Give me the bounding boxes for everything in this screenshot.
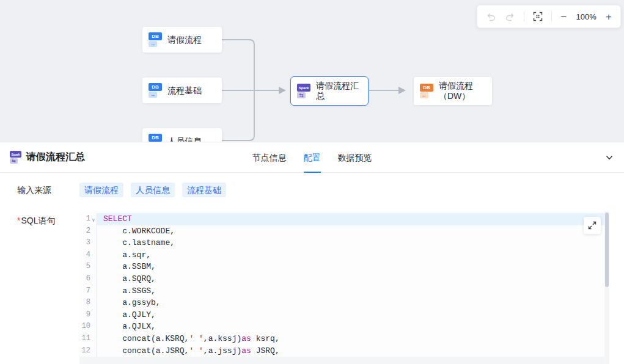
arrow-right-icon: → [149, 41, 157, 47]
arrow-left-icon: ← [420, 92, 428, 98]
fold-spacer [90, 285, 97, 297]
transform-arrows-icon: ⇆ [297, 92, 306, 98]
input-source-row: 输入来源 请假流程 人员信息 流程基础 [0, 183, 624, 197]
tab-node-info[interactable]: 节点信息 [252, 142, 287, 173]
line-gutter: 2 [79, 225, 97, 238]
node-label: 人员信息 [167, 136, 214, 142]
line-number: 3 [79, 237, 90, 249]
arrowhead-output [398, 87, 406, 94]
sql-line[interactable]: 8 a.gssyb, [79, 297, 609, 309]
sql-statement-row: *SQL语句 1∨SELECT2 c.WORKCODE,3 c.lastname… [0, 211, 624, 364]
line-number: 8 [79, 297, 90, 309]
db-input-icon: DB → [149, 134, 162, 142]
sql-line[interactable]: 9 a.QJLY, [79, 309, 609, 321]
line-gutter: 12 [79, 345, 97, 357]
zoom-level: 100% [575, 12, 597, 21]
source-tag[interactable]: 请假流程 [79, 183, 123, 197]
db-badge: DB [149, 83, 162, 91]
code-text: concat(a.KSRQ,' ',a.kssj)as ksrq, [97, 333, 609, 345]
edge-merge-line [222, 40, 254, 140]
line-number: 7 [79, 285, 90, 297]
sql-line[interactable]: 12 concat(a.JSRQ,' ',a.jssj)as JSRQ, [79, 345, 609, 357]
sql-statement-label: *SQL语句 [0, 211, 79, 364]
sql-line[interactable]: 6 a.SQRQ, [79, 273, 609, 285]
line-number: 10 [79, 321, 90, 333]
code-text: c.WORKCODE, [97, 225, 609, 238]
fold-spacer [90, 321, 97, 333]
node-db-input-1[interactable]: DB → 请假流程 [142, 27, 222, 53]
sql-line[interactable]: 5 a.SSBM, [79, 261, 609, 273]
fold-spacer [90, 249, 97, 261]
redo-icon[interactable] [505, 12, 515, 22]
sql-line[interactable]: 3 c.lastname, [79, 237, 609, 249]
arrow-right-icon: → [149, 92, 157, 98]
db-badge: DB [149, 134, 162, 142]
sql-code-editor[interactable]: 1∨SELECT2 c.WORKCODE,3 c.lastname,4 a.sq… [79, 211, 609, 364]
node-label: 请假流程 [167, 35, 214, 45]
code-text: a.SSBM, [97, 261, 609, 273]
collapse-panel-chevron-down-icon[interactable] [604, 153, 614, 162]
toolbar-divider [524, 12, 524, 21]
fold-spacer [90, 345, 97, 357]
sql-line[interactable]: 4 a.sqr, [79, 249, 609, 261]
node-label: 请假流程（DW） [439, 81, 485, 101]
zoom-out-button[interactable]: − [560, 12, 567, 22]
undo-icon[interactable] [486, 12, 496, 22]
sql-line[interactable]: 1∨SELECT [79, 213, 609, 225]
panel-title-wrap: Spark ⇆ 请假流程汇总 [10, 151, 85, 164]
source-tag[interactable]: 人员信息 [131, 183, 175, 197]
required-asterisk: * [17, 216, 20, 225]
flow-canvas[interactable]: DB → 请假流程 DB → 流程基础 DB → 人员信息 Spark ⇆ [0, 0, 624, 142]
line-gutter: 8 [79, 297, 97, 309]
sql-line[interactable]: 10 a.QJLX, [79, 321, 609, 333]
panel-header: Spark ⇆ 请假流程汇总 节点信息 配置 数据预览 [0, 142, 624, 173]
line-number: 11 [79, 333, 90, 345]
editor-scrollbar[interactable] [604, 211, 609, 364]
tab-config[interactable]: 配置 [304, 142, 321, 173]
db-output-icon: DB ← [420, 84, 433, 98]
fit-view-icon[interactable] [533, 12, 543, 21]
code-text: c.lastname, [97, 237, 609, 249]
fold-spacer [90, 273, 97, 285]
zoom-in-button[interactable]: + [606, 12, 612, 22]
fold-spacer [90, 297, 97, 309]
line-number: 9 [79, 309, 90, 321]
fold-chevron-icon[interactable]: ∨ [90, 213, 97, 225]
node-label: 请假流程汇总 [316, 81, 362, 101]
fold-spacer [90, 333, 97, 345]
canvas-toolbar: − 100% + [477, 5, 621, 28]
fold-spacer [90, 225, 97, 238]
node-db-input-3[interactable]: DB → 人员信息 [142, 128, 222, 142]
node-spark-transform-selected[interactable]: Spark ⇆ 请假流程汇总 [290, 76, 369, 106]
sql-line[interactable]: 11 concat(a.KSRQ,' ',a.kssj)as ksrq, [79, 333, 609, 345]
scrollbar-thumb[interactable] [605, 213, 609, 287]
arrowhead-center [279, 87, 286, 94]
node-db-output[interactable]: DB ← 请假流程（DW） [414, 77, 492, 105]
sql-line[interactable]: 2 c.WORKCODE, [79, 225, 609, 238]
tab-data-preview[interactable]: 数据预览 [338, 142, 372, 173]
source-tag[interactable]: 流程基础 [182, 183, 226, 197]
line-number: 4 [79, 249, 90, 261]
db-badge: DB [420, 84, 433, 92]
line-gutter: 11 [79, 333, 97, 345]
fold-spacer [90, 309, 97, 321]
line-gutter: 10 [79, 321, 97, 333]
fold-spacer [90, 237, 97, 249]
sql-lines: 1∨SELECT2 c.WORKCODE,3 c.lastname,4 a.sq… [79, 211, 609, 357]
line-gutter: 9 [79, 309, 97, 321]
node-db-input-2[interactable]: DB → 流程基础 [142, 78, 222, 103]
line-number: 2 [79, 225, 90, 238]
node-label: 流程基础 [167, 86, 214, 96]
line-gutter: 3 [79, 237, 97, 249]
line-gutter: 7 [79, 285, 97, 297]
code-text: a.QJLY, [97, 309, 609, 321]
line-gutter: 1∨ [79, 213, 97, 225]
spark-transform-icon: Spark ⇆ [297, 84, 310, 98]
expand-editor-button[interactable] [584, 217, 601, 234]
editor-bottom-fill [79, 357, 609, 364]
app-window: DB → 请假流程 DB → 流程基础 DB → 人员信息 Spark ⇆ [0, 0, 624, 364]
line-number: 6 [79, 273, 90, 285]
fold-spacer [90, 261, 97, 273]
line-gutter: 6 [79, 273, 97, 285]
sql-line[interactable]: 7 a.SSGS, [79, 285, 609, 297]
